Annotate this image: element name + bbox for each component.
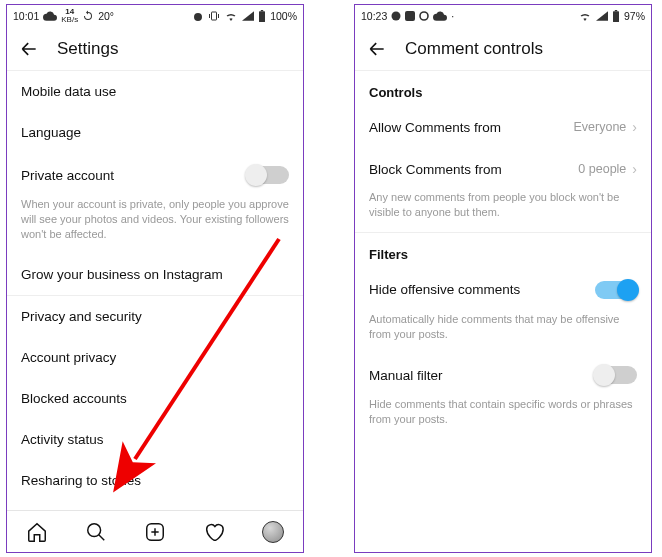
row-label: Language (21, 125, 81, 140)
private-account-toggle[interactable] (247, 166, 289, 184)
svg-rect-7 (405, 11, 415, 21)
svg-rect-0 (212, 12, 217, 20)
row-privacy-security[interactable]: Privacy and security (7, 296, 303, 337)
sync-icon (82, 10, 94, 22)
row-label: Manual filter (369, 368, 443, 383)
status-battery: 100% (270, 10, 297, 22)
svg-point-3 (88, 523, 101, 536)
row-value: 0 people (578, 162, 626, 176)
status-battery: 97% (624, 10, 645, 22)
cloud-icon (433, 11, 447, 21)
row-activity-status[interactable]: Activity status (7, 419, 303, 460)
bottom-nav (7, 510, 303, 552)
app-header: Settings (7, 27, 303, 71)
status-time: 10:01 (13, 10, 39, 22)
row-label: Block Comments from (369, 162, 502, 177)
svg-point-8 (420, 12, 428, 20)
nav-profile-icon[interactable] (262, 521, 284, 543)
row-label: Mobile data use (21, 84, 116, 99)
row-label: Activity status (21, 432, 104, 447)
status-time: 10:23 (361, 10, 387, 22)
row-label: Hide offensive comments (369, 282, 520, 297)
svg-rect-9 (613, 11, 619, 22)
phone-settings: 10:01 14KB/s 20° (6, 4, 304, 553)
app-icon (391, 11, 401, 21)
battery-icon (612, 10, 620, 22)
row-allow-comments[interactable]: Allow Comments from Everyone› (355, 106, 651, 148)
app-header: Comment controls (355, 27, 651, 71)
chevron-right-icon: › (632, 119, 637, 135)
battery-icon (258, 10, 266, 22)
app-icon (419, 11, 429, 21)
page-title: Comment controls (405, 39, 543, 59)
nav-heart-icon[interactable] (203, 521, 225, 543)
alarm-icon (192, 10, 204, 22)
row-private-account[interactable]: Private account (7, 153, 303, 197)
vibrate-icon (208, 10, 220, 22)
row-mobile-data[interactable]: Mobile data use (7, 71, 303, 112)
row-label: Blocked accounts (21, 391, 127, 406)
row-value: Everyone (574, 120, 627, 134)
row-hide-offensive[interactable]: Hide offensive comments (355, 268, 651, 312)
manual-filter-toggle[interactable] (595, 366, 637, 384)
app-icon (405, 11, 415, 21)
row-account-privacy[interactable]: Account privacy (7, 337, 303, 378)
signal-icon (242, 11, 254, 21)
block-desc: Any new comments from people you block w… (355, 190, 651, 232)
status-bar: 10:23 · 97% (355, 5, 651, 27)
back-button[interactable] (19, 39, 39, 59)
signal-icon (596, 11, 608, 21)
row-resharing[interactable]: Resharing to stories (7, 460, 303, 501)
row-grow-business[interactable]: Grow your business on Instagram (7, 254, 303, 295)
private-account-desc: When your account is private, only peopl… (7, 197, 303, 254)
status-bar: 10:01 14KB/s 20° (7, 5, 303, 27)
wifi-icon (578, 11, 592, 21)
wifi-icon (224, 11, 238, 21)
settings-list[interactable]: Mobile data use Language Private account… (7, 71, 303, 510)
row-story-controls[interactable]: Story controls (7, 501, 303, 510)
svg-rect-2 (261, 10, 263, 11)
section-controls: Controls (355, 71, 651, 106)
row-label: Privacy and security (21, 309, 142, 324)
chevron-right-icon: › (632, 161, 637, 177)
hide-offensive-desc: Automatically hide comments that may be … (355, 312, 651, 354)
row-label: Resharing to stories (21, 473, 141, 488)
nav-search-icon[interactable] (85, 521, 107, 543)
back-button[interactable] (367, 39, 387, 59)
row-label: Allow Comments from (369, 120, 501, 135)
row-blocked-accounts[interactable]: Blocked accounts (7, 378, 303, 419)
hide-offensive-toggle[interactable] (595, 281, 637, 299)
row-language[interactable]: Language (7, 112, 303, 153)
row-label: Grow your business on Instagram (21, 267, 223, 282)
row-manual-filter[interactable]: Manual filter (355, 353, 651, 397)
cloud-icon (43, 11, 57, 21)
status-netspeed: 14KB/s (61, 8, 78, 24)
page-title: Settings (57, 39, 118, 59)
section-filters: Filters (355, 233, 651, 268)
row-label: Account privacy (21, 350, 116, 365)
nav-add-icon[interactable] (144, 521, 166, 543)
comment-controls-list[interactable]: Controls Allow Comments from Everyone› B… (355, 71, 651, 552)
row-block-comments[interactable]: Block Comments from 0 people› (355, 148, 651, 190)
status-temp: 20° (98, 10, 114, 22)
manual-filter-desc: Hide comments that contain specific word… (355, 397, 651, 439)
svg-rect-1 (259, 11, 265, 22)
svg-point-6 (392, 12, 401, 21)
nav-home-icon[interactable] (26, 521, 48, 543)
phone-comment-controls: 10:23 · 97% Comment controls Controls Al… (354, 4, 652, 553)
svg-rect-10 (615, 10, 617, 11)
status-dot: · (451, 10, 454, 22)
row-label: Private account (21, 168, 114, 183)
